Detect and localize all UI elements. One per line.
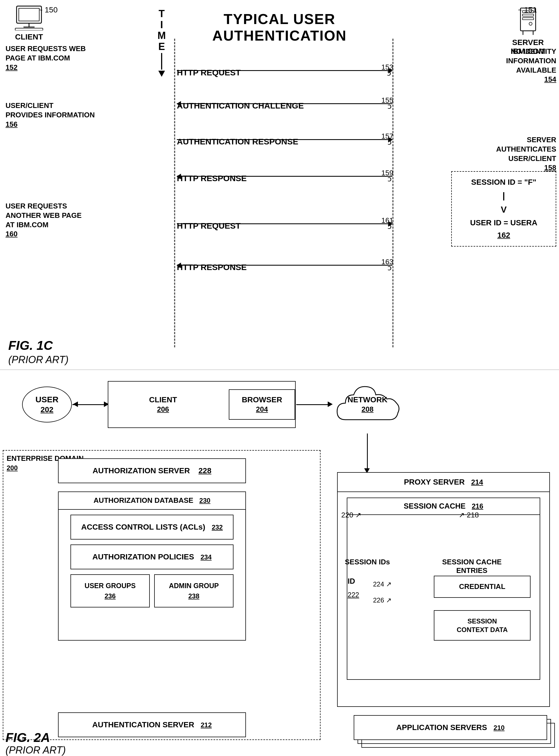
user-label: USER (36, 394, 58, 405)
fig1c-section: TYPICAL USER AUTHENTICATION TIME CLIENT … (0, 0, 559, 370)
right-label-154: NO IDENTITYINFORMATIONAVAILABLE154 (506, 47, 557, 84)
session-context-positioned-box: SESSION CONTEXT DATA (434, 610, 531, 641)
server-timeline (393, 39, 394, 347)
session-box: SESSION ID = "F" |V USER ID = USERA 162 (451, 171, 556, 246)
id-text: ID (348, 577, 355, 586)
session-ref: 162 (457, 229, 550, 242)
auth-policies-box: AUTHORIZATION POLICIES 234 (70, 544, 233, 569)
network-ref: 208 (348, 405, 388, 414)
arrowhead-client-user (73, 401, 78, 407)
right-label-158: SERVERAUTHENTICATESUSER/CLIENT158 (496, 135, 556, 172)
client-ref-2a: 206 (108, 405, 218, 414)
msg2-curl: ↄ (387, 102, 392, 111)
session-id: SESSION ID = "F" (457, 176, 550, 189)
session-cache-header: SESSION CACHE 216 (347, 498, 540, 515)
client-browser-box: CLIENT 206 BROWSER 204 (108, 381, 296, 428)
msg5-label: HTTP REQUEST (177, 221, 241, 231)
msg5-curl: ↄ (387, 222, 392, 231)
auth-server-bottom-box: AUTHENTICATION SERVER 212 (58, 712, 246, 737)
client-label: CLIENT (14, 32, 44, 41)
id226-row: 226 ↗ (373, 596, 392, 604)
fig1c-prior-art: (PRIOR ART) (8, 354, 69, 365)
fig1c-title: TYPICAL USER AUTHENTICATION (212, 11, 346, 44)
proxy-server-header: PROXY SERVER 214 (338, 473, 549, 492)
msg6-arrow (177, 265, 393, 266)
client-ref: ~ 150 (39, 5, 58, 14)
arrow-network-down (367, 433, 368, 469)
credential-positioned-box: CREDENTIAL (434, 576, 531, 598)
network-cloud: NETWORK 208 (332, 376, 403, 433)
arrow-browser-network (296, 404, 329, 405)
auth-server-label: AUTHORIZATION SERVER (93, 466, 190, 475)
fig2a-label: FIG. 2A (5, 730, 50, 745)
svg-point-9 (529, 22, 532, 25)
fig2a-section: USER 202 CLIENT 206 BROWSER 204 (0, 370, 559, 756)
msg2-arrow (177, 103, 393, 104)
msg4-label: HTTP RESPONSE (177, 174, 247, 183)
auth-server-ref: 228 (198, 466, 211, 475)
msg3-label: AUTHENTICATION RESPONSE (177, 137, 298, 146)
admin-group-box: ADMIN GROUP 238 (154, 574, 233, 608)
msg6-label: HTTP RESPONSE (177, 263, 247, 272)
id224-row: 224 ↗ (373, 581, 392, 588)
left-label-156: USER/CLIENTPROVIDES INFORMATION156 (5, 101, 95, 129)
fig2a-prior-art: (PRIOR ART) (5, 745, 66, 756)
browser-ref: 204 (242, 405, 282, 414)
left-label-152: USER REQUESTS WEBPAGE AT IBM.COM152 (5, 44, 86, 72)
msg1-curl: ↄ (387, 69, 391, 77)
user-groups-box: USER GROUPS 236 (70, 574, 150, 608)
svg-rect-7 (522, 14, 534, 16)
svg-rect-1 (19, 8, 39, 21)
msg4-curl: ↄ (387, 174, 392, 183)
msg6-curl: ↄ (387, 263, 392, 272)
session-id-label: SESSION IDs (345, 558, 390, 566)
server-ref: ~ 151 (518, 5, 537, 14)
client-label-2a: CLIENT (149, 395, 177, 404)
svg-rect-0 (17, 6, 41, 23)
svg-rect-8 (522, 18, 534, 20)
id222-label: 222 (348, 591, 359, 599)
auth-db-outer-box: AUTHORIZATION DATABASE 230 ACCESS CONTRO… (58, 492, 246, 641)
network-label: NETWORK (348, 395, 388, 405)
msg1-arrow (177, 70, 393, 71)
time-label: TIME (157, 8, 166, 52)
msg3-arrow (177, 139, 393, 140)
browser-label: BROWSER (242, 395, 282, 405)
left-label-160: USER REQUESTSANOTHER WEB PAGEAT IBM.COM1… (5, 202, 82, 239)
user-oval: USER 202 (22, 386, 72, 422)
msg5-arrow (177, 223, 393, 224)
acls-box: ACCESS CONTROL LISTS (ACLs) 232 (70, 515, 233, 540)
curl-218: ↗ 218 (459, 511, 479, 519)
msg3-curl: ↄ (387, 138, 392, 147)
user-ref: 202 (36, 405, 58, 415)
groups-row: USER GROUPS 236 ADMIN GROUP 238 (70, 574, 233, 608)
msg1-label: HTTP REQUEST (177, 68, 241, 77)
fig1c-label: FIG. 1C (8, 338, 53, 353)
auth-db-label-row: AUTHORIZATION DATABASE 230 (59, 492, 245, 510)
msg4-arrow (177, 176, 393, 177)
curl-220: 220 ↗ (341, 511, 361, 519)
browser-box: BROWSER 204 (229, 389, 295, 420)
svg-rect-4 (15, 28, 43, 30)
session-user-id: USER ID = USERA (457, 217, 550, 229)
time-arrow: TIME (157, 8, 166, 91)
auth-server-box: AUTHORIZATION SERVER 228 (58, 458, 246, 483)
client-timeline (174, 39, 175, 347)
app-servers-box1: APPLICATION SERVERS 210 (354, 715, 547, 740)
msg2-label: AUTHENTICATION CHALLENGE (177, 101, 304, 111)
session-arrow-v: |V (457, 189, 550, 217)
